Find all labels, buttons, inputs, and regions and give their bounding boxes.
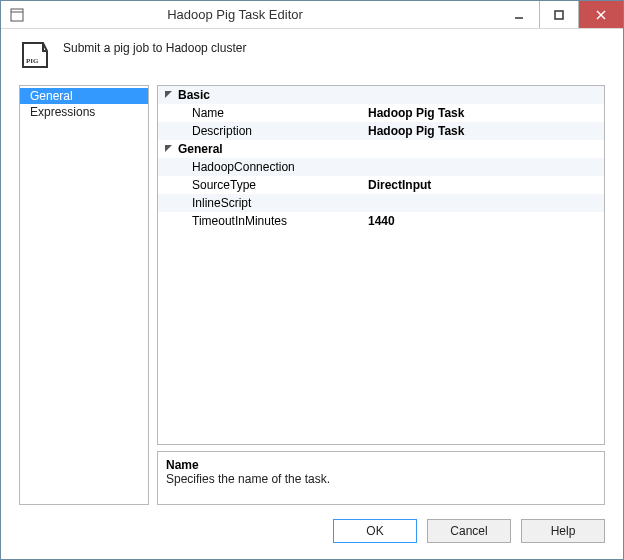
prop-label: SourceType: [178, 178, 368, 192]
svg-text:PIG: PIG: [26, 57, 39, 65]
category-label: General: [178, 142, 368, 156]
sidebar-item-expressions[interactable]: Expressions: [20, 104, 148, 120]
property-grid[interactable]: Basic Name Hadoop Pig Task Description H…: [157, 85, 605, 445]
prop-label: HadoopConnection: [178, 160, 368, 174]
dialog-buttons: OK Cancel Help: [1, 505, 623, 559]
prop-label: Name: [178, 106, 368, 120]
expander-icon[interactable]: [158, 90, 178, 101]
prop-value[interactable]: 1440: [368, 214, 604, 228]
ok-button[interactable]: OK: [333, 519, 417, 543]
prop-row-description[interactable]: Description Hadoop Pig Task: [158, 122, 604, 140]
prop-label: InlineScript: [178, 196, 368, 210]
prop-row-sourcetype[interactable]: SourceType DirectInput: [158, 176, 604, 194]
category-row-basic[interactable]: Basic: [158, 86, 604, 104]
help-pane: Name Specifies the name of the task.: [157, 451, 605, 505]
svg-rect-2: [555, 11, 563, 19]
help-button[interactable]: Help: [521, 519, 605, 543]
title-bar: Hadoop Pig Task Editor: [1, 1, 623, 29]
window-title: Hadoop Pig Task Editor: [0, 7, 499, 22]
pig-icon: PIG: [19, 39, 51, 71]
cancel-button[interactable]: Cancel: [427, 519, 511, 543]
header-strip: PIG Submit a pig job to Hadoop cluster: [1, 29, 623, 85]
maximize-button[interactable]: [539, 1, 579, 28]
header-subtitle: Submit a pig job to Hadoop cluster: [63, 39, 246, 55]
main-column: Basic Name Hadoop Pig Task Description H…: [157, 85, 605, 505]
close-button[interactable]: [579, 1, 623, 28]
prop-value[interactable]: DirectInput: [368, 178, 604, 192]
prop-row-name[interactable]: Name Hadoop Pig Task: [158, 104, 604, 122]
window-controls: [499, 1, 623, 28]
prop-row-hadoopconnection[interactable]: HadoopConnection: [158, 158, 604, 176]
prop-row-inlinescript[interactable]: InlineScript: [158, 194, 604, 212]
minimize-button[interactable]: [499, 1, 539, 28]
prop-value[interactable]: Hadoop Pig Task: [368, 124, 604, 138]
help-title: Name: [166, 458, 596, 472]
expander-icon[interactable]: [158, 144, 178, 155]
sidebar: General Expressions: [19, 85, 149, 505]
sidebar-item-general[interactable]: General: [20, 88, 148, 104]
dialog-window: Hadoop Pig Task Editor PIG Su: [0, 0, 624, 560]
prop-row-timeoutinminutes[interactable]: TimeoutInMinutes 1440: [158, 212, 604, 230]
prop-value[interactable]: Hadoop Pig Task: [368, 106, 604, 120]
category-row-general[interactable]: General: [158, 140, 604, 158]
category-label: Basic: [178, 88, 368, 102]
body-area: General Expressions Basic Name Hadoop Pi…: [1, 85, 623, 505]
help-description: Specifies the name of the task.: [166, 472, 596, 486]
prop-label: Description: [178, 124, 368, 138]
prop-label: TimeoutInMinutes: [178, 214, 368, 228]
